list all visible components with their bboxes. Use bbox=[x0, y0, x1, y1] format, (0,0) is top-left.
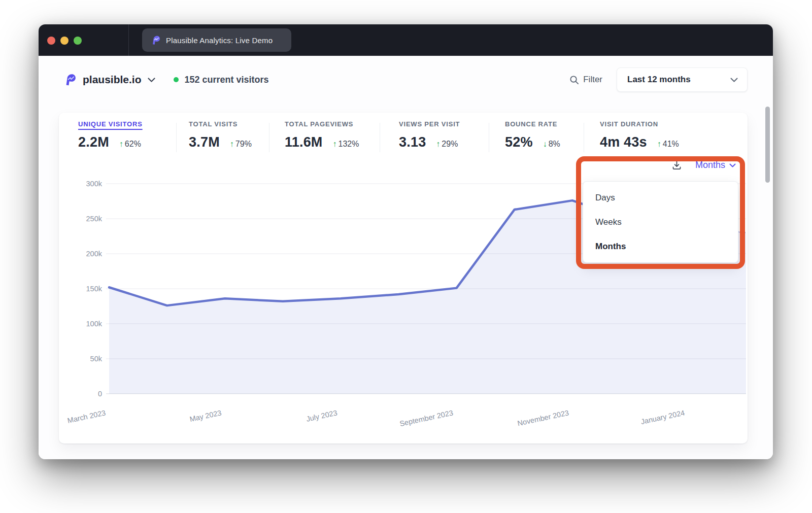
y-axis-tick: 150k bbox=[86, 285, 103, 293]
date-range-select[interactable]: Last 12 months bbox=[617, 67, 748, 92]
x-axis-labels: March 2023May 2023July 2023September 202… bbox=[66, 408, 685, 428]
scrollbar-thumb[interactable] bbox=[765, 107, 770, 183]
date-range-label: Last 12 months bbox=[627, 75, 691, 85]
zoom-window-button[interactable] bbox=[74, 37, 82, 45]
browser-titlebar: Plausible Analytics: Live Demo bbox=[39, 24, 773, 56]
y-axis-tick: 250k bbox=[86, 215, 103, 223]
x-axis-tick: March 2023 bbox=[66, 408, 106, 425]
site-header: plausible.io 152 current visitors Filter… bbox=[39, 56, 773, 92]
filter-label: Filter bbox=[583, 75, 602, 85]
visitors-card: UNIQUE VISITORS 2.2M ↑62% TOTAL VISITS 3… bbox=[59, 113, 748, 443]
x-axis-tick: July 2023 bbox=[306, 408, 338, 423]
dashboard-page: plausible.io 152 current visitors Filter… bbox=[39, 56, 773, 459]
browser-window: Plausible Analytics: Live Demo plausible… bbox=[39, 24, 773, 459]
x-axis-tick: September 2023 bbox=[399, 408, 454, 428]
menu-item-weeks[interactable]: Weeks bbox=[583, 210, 738, 234]
tab-title: Plausible Analytics: Live Demo bbox=[166, 36, 273, 45]
y-axis-tick: 0 bbox=[98, 390, 102, 398]
site-name[interactable]: plausible.io bbox=[83, 74, 142, 86]
y-axis-tick: 300k bbox=[86, 180, 103, 188]
site-chevron-down-icon[interactable] bbox=[148, 75, 155, 84]
current-visitors-count[interactable]: 152 current visitors bbox=[185, 75, 269, 85]
interval-dropdown-trigger[interactable]: Months bbox=[695, 160, 736, 170]
menu-item-months[interactable]: Months bbox=[583, 234, 738, 259]
chevron-down-icon bbox=[730, 78, 738, 82]
chevron-down-icon bbox=[729, 163, 736, 167]
close-window-button[interactable] bbox=[47, 37, 55, 45]
y-axis-tick: 100k bbox=[86, 320, 103, 328]
chart-tools: Months bbox=[671, 160, 736, 170]
download-button[interactable] bbox=[671, 160, 682, 170]
visitors-chart[interactable]: 300k250k200k150k100k50k0March 2023May 20… bbox=[59, 113, 748, 443]
live-visitors-dot-icon bbox=[174, 77, 179, 82]
x-axis-tick: November 2023 bbox=[517, 408, 569, 427]
interval-selected-label: Months bbox=[695, 160, 725, 170]
y-axis-tick: 50k bbox=[90, 355, 103, 363]
browser-tab[interactable]: Plausible Analytics: Live Demo bbox=[142, 28, 291, 52]
plausible-logo-icon bbox=[150, 35, 160, 45]
titlebar-divider bbox=[128, 24, 129, 56]
filter-button[interactable]: Filter bbox=[569, 75, 602, 85]
interval-menu: Days Weeks Months bbox=[583, 181, 738, 263]
site-logo-icon bbox=[63, 73, 76, 86]
menu-item-days[interactable]: Days bbox=[583, 186, 738, 210]
search-icon bbox=[569, 75, 579, 85]
minimize-window-button[interactable] bbox=[60, 37, 69, 45]
x-axis-tick: January 2024 bbox=[640, 408, 685, 426]
window-controls bbox=[47, 37, 82, 45]
x-axis-tick: May 2023 bbox=[189, 408, 222, 423]
y-axis-tick: 200k bbox=[86, 250, 103, 258]
download-icon bbox=[671, 160, 682, 170]
